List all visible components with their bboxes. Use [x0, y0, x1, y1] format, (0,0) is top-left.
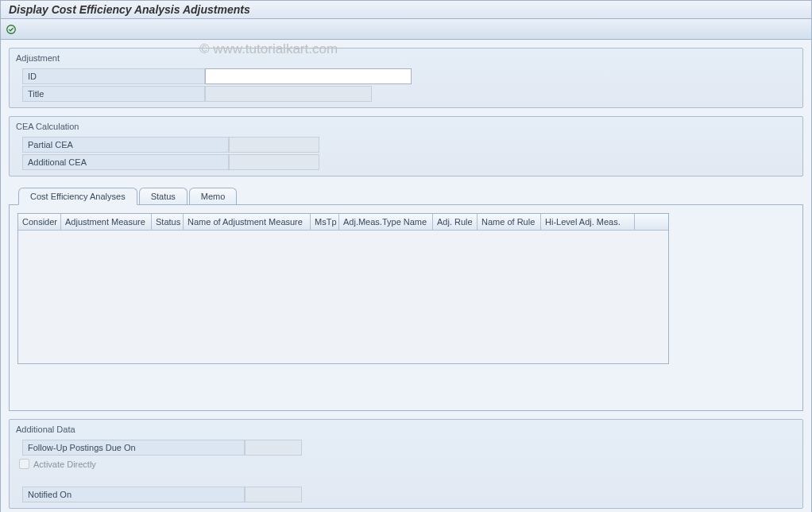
label-id: ID: [22, 68, 205, 84]
activate-directly-row: Activate Directly: [14, 456, 798, 471]
tab-cost-efficiency[interactable]: Cost Efficiency Analyses: [18, 188, 137, 205]
col-hi-level[interactable]: Hi-Level Adj. Meas.: [541, 214, 635, 230]
followup-field: [245, 440, 302, 456]
additional-cea-field: [229, 154, 319, 170]
label-additional-cea: Additional CEA: [22, 154, 229, 170]
group-cea-title: CEA Calculation: [14, 120, 798, 136]
tab-strip-container: Cost Efficiency Analyses Status Memo Con…: [9, 188, 803, 411]
notified-field: [245, 487, 302, 502]
col-adj-rule[interactable]: Adj. Rule: [433, 214, 478, 230]
tab-strip: Cost Efficiency Analyses Status Memo: [9, 188, 803, 204]
group-adjustment-title: Adjustment: [14, 52, 798, 68]
col-name-adj-measure[interactable]: Name of Adjustment Measure: [184, 214, 311, 230]
label-title: Title: [22, 86, 205, 102]
tab-memo[interactable]: Memo: [189, 188, 238, 204]
label-partial-cea: Partial CEA: [22, 137, 229, 153]
tab-panel-cost-efficiency: Consider Adjustment Measure Status Name …: [9, 204, 803, 411]
title-field: [205, 86, 372, 102]
activate-directly-label: Activate Directly: [33, 460, 96, 469]
page-title: Display Cost Efficiency Analysis Adjustm…: [9, 3, 250, 16]
col-adj-meas-type-name[interactable]: Adj.Meas.Type Name: [339, 214, 433, 230]
col-name-rule[interactable]: Name of Rule: [478, 214, 541, 230]
activate-directly-checkbox: [19, 459, 29, 469]
tab-status[interactable]: Status: [139, 188, 188, 204]
col-status[interactable]: Status: [152, 214, 184, 230]
toolbar: [0, 19, 812, 40]
execute-icon[interactable]: [6, 24, 17, 35]
analyses-table: Consider Adjustment Measure Status Name …: [17, 213, 669, 364]
group-additional-data-title: Additional Data: [14, 423, 798, 439]
group-additional-data: Additional Data Follow-Up Postings Due O…: [9, 419, 803, 509]
partial-cea-field: [229, 137, 319, 153]
id-field[interactable]: [205, 68, 412, 84]
table-header: Consider Adjustment Measure Status Name …: [18, 214, 668, 231]
label-notified: Notified On: [22, 487, 245, 502]
col-mstp[interactable]: MsTp: [311, 214, 339, 230]
group-cea: CEA Calculation Partial CEA Additional C…: [9, 116, 803, 176]
col-adj-measure[interactable]: Adjustment Measure: [61, 214, 152, 230]
label-followup: Follow-Up Postings Due On: [22, 440, 245, 456]
col-consider[interactable]: Consider: [18, 214, 61, 230]
main-content: © www.tutorialkart.com Adjustment ID Tit…: [0, 40, 812, 512]
group-adjustment: Adjustment ID Title: [9, 48, 803, 108]
page-title-bar: Display Cost Efficiency Analysis Adjustm…: [0, 0, 812, 19]
